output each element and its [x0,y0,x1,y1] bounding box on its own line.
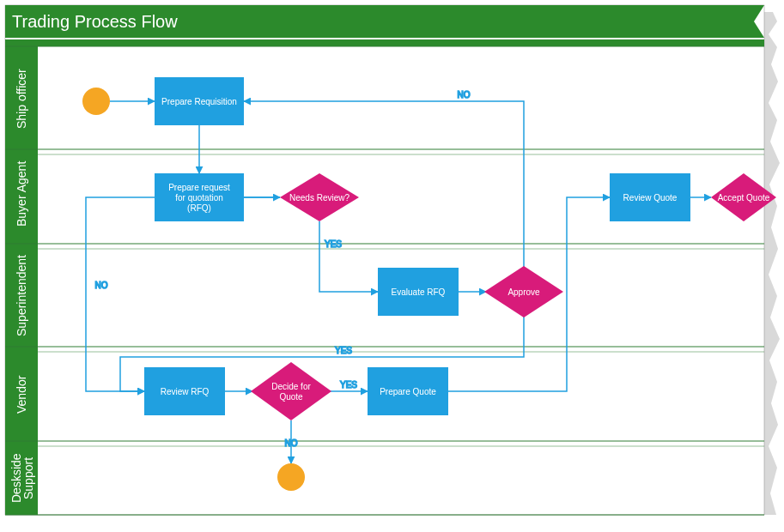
svg-text:for quotation: for quotation [175,193,223,203]
edge-label-yes: YES [325,239,342,249]
node-prepare-requisition: Prepare Requisition [155,77,244,125]
svg-text:(RFQ): (RFQ) [187,203,211,213]
edge-label-yes: YES [335,346,352,355]
edge-label-yes: YES [340,380,357,390]
svg-text:Review RFQ: Review RFQ [161,387,210,396]
svg-text:Review Quote: Review Quote [623,193,678,203]
node-review-rfq: Review RFQ [144,367,225,415]
end-node [277,463,305,491]
svg-text:Prepare Quote: Prepare Quote [380,387,436,396]
svg-text:Prepare Requisition: Prepare Requisition [161,97,237,106]
diagram-title: Trading Process Flow [12,12,178,31]
title-bar: Trading Process Flow [5,5,764,46]
svg-rect-0 [5,39,764,46]
lane-label-ship-officer: Ship officer [15,69,28,129]
lane-label-deskside-2: Support [21,457,35,499]
canvas [5,5,764,515]
node-prepare-rfq: Prepare request for quotation (RFQ) [155,173,244,221]
svg-text:Decide for: Decide for [271,382,311,391]
edge-label-no: NO [285,438,298,448]
start-node [82,88,110,115]
node-evaluate-rfq: Evaluate RFQ [378,268,459,316]
edge-label-no: NO [458,90,471,100]
lane-label-vendor: Vendor [15,375,28,414]
lane-label-buyer-agent: Buyer Agent [15,161,28,227]
svg-text:Needs Review?: Needs Review? [289,193,349,203]
edge-label-no: NO [95,281,108,290]
swimlane-diagram: Trading Process Flow Ship officer Buyer … [0,0,784,532]
node-review-quote: Review Quote [610,173,690,221]
node-prepare-quote: Prepare Quote [368,367,448,415]
svg-text:Prepare request: Prepare request [168,183,230,192]
svg-text:Approve: Approve [507,287,540,297]
lane-label-superintendent: Superintendent [15,255,28,336]
svg-text:Accept Quote: Accept Quote [718,193,770,203]
svg-text:Quote: Quote [279,392,303,402]
svg-text:Evaluate RFQ: Evaluate RFQ [392,287,446,297]
